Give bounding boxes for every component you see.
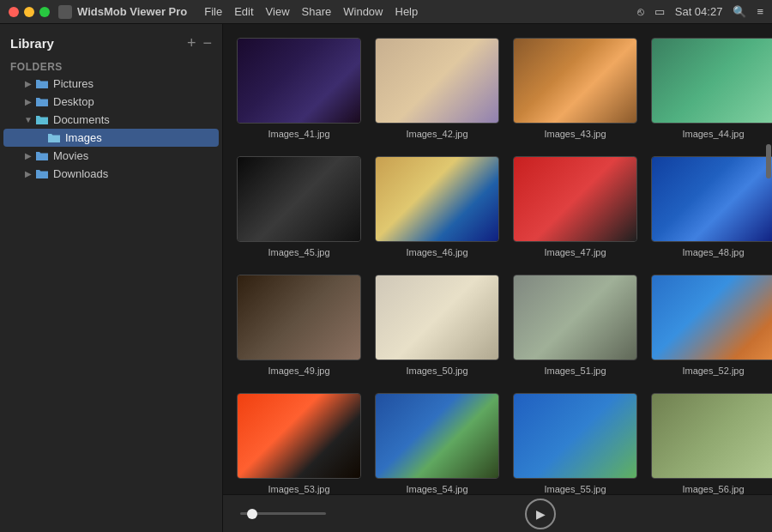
image-cell-43[interactable]: Images_43.jpg xyxy=(513,38,637,139)
image-cell-55[interactable]: Images_55.jpg xyxy=(513,393,637,494)
sidebar-item-movies[interactable]: ▶ Movies xyxy=(3,147,219,165)
image-thumbnail-45 xyxy=(237,156,361,242)
remove-folder-button[interactable]: − xyxy=(202,34,212,52)
image-thumbnail-41 xyxy=(237,38,361,124)
folder-icon xyxy=(34,168,50,180)
image-thumbnail-51 xyxy=(513,275,637,360)
maximize-button[interactable] xyxy=(39,7,50,17)
titlebar-right: ⎋ ▭ Sat 04:27 🔍 ≡ xyxy=(637,5,763,18)
image-thumbnail-42 xyxy=(375,38,499,124)
clock: Sat 04:27 xyxy=(675,5,723,18)
menu-view[interactable]: View xyxy=(266,5,290,18)
close-button[interactable] xyxy=(9,7,19,17)
folder-icon xyxy=(34,96,50,108)
image-thumbnail-52 xyxy=(651,275,772,360)
image-cell-41[interactable]: Images_41.jpg xyxy=(237,38,361,139)
menu-file[interactable]: File xyxy=(204,5,222,18)
image-label-42: Images_42.jpg xyxy=(406,129,467,139)
image-thumbnail-53 xyxy=(237,393,361,479)
sidebar-item-desktop[interactable]: ▶ Desktop xyxy=(3,93,219,111)
image-cell-46[interactable]: Images_46.jpg xyxy=(375,156,499,257)
chevron-down-icon: ▼ xyxy=(22,114,34,126)
image-label-48: Images_48.jpg xyxy=(682,247,744,257)
image-label-43: Images_43.jpg xyxy=(544,129,606,139)
traffic-lights xyxy=(9,7,50,17)
sidebar-item-downloads[interactable]: ▶ Downloads xyxy=(3,165,219,183)
image-cell-44[interactable]: Images_44.jpg xyxy=(651,38,772,139)
sidebar-header: Library + − xyxy=(0,31,222,59)
menu-icon[interactable]: ≡ xyxy=(757,5,763,18)
image-cell-47[interactable]: Images_47.jpg xyxy=(513,156,637,257)
image-thumbnail-56 xyxy=(651,393,772,479)
menu-window[interactable]: Window xyxy=(343,5,383,18)
image-cell-53[interactable]: Images_53.jpg xyxy=(237,393,361,494)
image-thumbnail-47 xyxy=(513,156,637,242)
sidebar-item-label: Downloads xyxy=(53,167,108,180)
image-cell-54[interactable]: Images_54.jpg xyxy=(375,393,499,494)
image-grid: Images_41.jpgImages_42.jpgImages_43.jpgI… xyxy=(237,38,758,494)
content-area: Images_41.jpgImages_42.jpgImages_43.jpgI… xyxy=(223,24,772,532)
folders-label: Folders xyxy=(0,59,222,75)
image-thumbnail-55 xyxy=(513,393,637,479)
image-label-49: Images_49.jpg xyxy=(268,366,329,376)
image-thumbnail-46 xyxy=(375,156,499,242)
menu-bar: File Edit View Share Window Help xyxy=(204,5,418,18)
image-cell-42[interactable]: Images_42.jpg xyxy=(375,38,499,139)
image-cell-52[interactable]: Images_52.jpg xyxy=(651,275,772,376)
menu-help[interactable]: Help xyxy=(395,5,419,18)
sidebar-item-images[interactable]: Images xyxy=(3,129,219,147)
image-cell-50[interactable]: Images_50.jpg xyxy=(375,275,499,376)
image-label-51: Images_51.jpg xyxy=(544,366,606,376)
sidebar-title: Library xyxy=(10,36,54,51)
sidebar-item-pictures[interactable]: ▶ Pictures xyxy=(3,75,219,93)
scrollbar[interactable] xyxy=(765,24,772,532)
folders-section: Folders ▶ Pictures ▶ Desk xyxy=(0,59,222,186)
image-cell-56[interactable]: Images_56.jpg xyxy=(651,393,772,494)
image-label-55: Images_55.jpg xyxy=(544,484,606,494)
zoom-slider-track[interactable] xyxy=(240,512,326,515)
image-label-54: Images_54.jpg xyxy=(406,484,467,494)
sidebar: Library + − Folders ▶ Pictures ▶ xyxy=(0,24,223,532)
image-cell-49[interactable]: Images_49.jpg xyxy=(237,275,361,376)
folder-icon xyxy=(34,150,50,162)
search-icon[interactable]: 🔍 xyxy=(733,5,746,18)
folder-icon xyxy=(34,114,50,126)
image-cell-45[interactable]: Images_45.jpg xyxy=(237,156,361,257)
image-label-45: Images_45.jpg xyxy=(268,247,329,257)
image-thumbnail-50 xyxy=(375,275,499,360)
scroll-thumb[interactable] xyxy=(766,144,771,178)
add-folder-button[interactable]: + xyxy=(187,34,196,52)
menu-share[interactable]: Share xyxy=(302,5,332,18)
image-cell-48[interactable]: Images_48.jpg xyxy=(651,156,772,257)
folder-icon xyxy=(34,78,50,90)
image-label-41: Images_41.jpg xyxy=(268,129,329,139)
chevron-right-icon: ▶ xyxy=(22,150,34,162)
play-button[interactable]: ▶ xyxy=(525,499,556,529)
image-thumbnail-54 xyxy=(375,393,499,479)
image-label-56: Images_56.jpg xyxy=(682,484,744,494)
menu-edit[interactable]: Edit xyxy=(234,5,253,18)
image-label-50: Images_50.jpg xyxy=(406,366,467,376)
image-thumbnail-49 xyxy=(237,275,361,360)
sidebar-item-label: Images xyxy=(65,131,102,144)
display-icon[interactable]: ▭ xyxy=(654,5,665,18)
app-icon xyxy=(58,5,72,19)
titlebar: WidsMob Viewer Pro File Edit View Share … xyxy=(0,0,772,24)
zoom-slider-knob[interactable] xyxy=(247,509,257,519)
bottom-bar: ▶ xyxy=(223,494,772,532)
image-label-53: Images_53.jpg xyxy=(268,484,329,494)
image-label-46: Images_46.jpg xyxy=(406,247,467,257)
minimize-button[interactable] xyxy=(24,7,34,17)
chevron-right-icon: ▶ xyxy=(22,96,34,108)
play-icon: ▶ xyxy=(536,507,546,521)
sidebar-item-documents[interactable]: ▼ Documents xyxy=(3,111,219,129)
image-thumbnail-44 xyxy=(651,38,772,124)
sidebar-item-label: Desktop xyxy=(53,95,94,108)
airplay-icon[interactable]: ⎋ xyxy=(637,5,644,18)
zoom-slider-container xyxy=(240,512,326,515)
image-grid-scroll[interactable]: Images_41.jpgImages_42.jpgImages_43.jpgI… xyxy=(223,24,772,494)
image-cell-51[interactable]: Images_51.jpg xyxy=(513,275,637,376)
image-thumbnail-48 xyxy=(651,156,772,242)
main-layout: Library + − Folders ▶ Pictures ▶ xyxy=(0,24,772,532)
image-thumbnail-43 xyxy=(513,38,637,124)
